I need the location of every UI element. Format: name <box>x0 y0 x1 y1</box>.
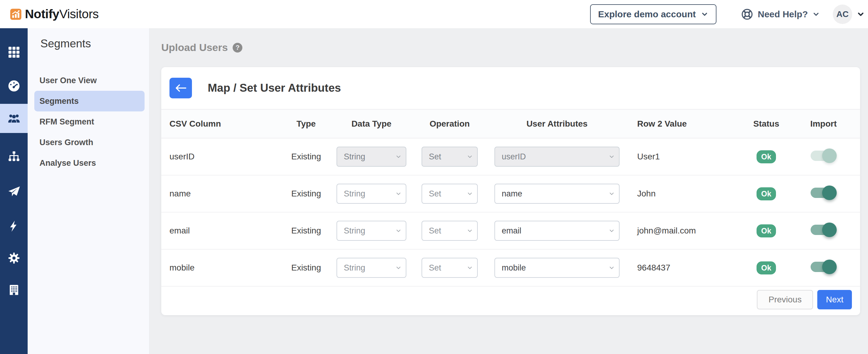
sidebar-apps-grid-icon[interactable] <box>0 39 28 65</box>
chevron-down-icon <box>608 153 615 160</box>
sidebar-dashboard-gauge-icon[interactable] <box>0 73 28 99</box>
help-icon[interactable]: ? <box>232 43 242 53</box>
topbar: NotifyVisitors Explore demo account Need… <box>0 0 868 28</box>
sidebar-users-group-icon[interactable] <box>0 104 28 133</box>
th-user-attributes: User Attributes <box>494 119 637 129</box>
explore-demo-label: Explore demo account <box>598 9 696 20</box>
chevron-down-icon <box>608 227 615 234</box>
sidebar-nav-list: User One ViewSegmentsRFM SegmentUsers Gr… <box>28 70 149 173</box>
chevron-down-icon <box>466 190 473 197</box>
sidebar-item-user-one-view[interactable]: User One View <box>34 70 145 91</box>
chevron-down-icon <box>466 153 473 160</box>
sidebar-title: Segments <box>40 37 149 50</box>
operation-select[interactable]: Set <box>422 258 478 278</box>
sidebar-lightning-icon[interactable] <box>0 214 28 239</box>
table-header: CSV Column Type Data Type Operation User… <box>161 109 860 138</box>
row-2-value-cell: John <box>637 189 737 198</box>
sidebar-item-analyse-users[interactable]: Analyse Users <box>34 153 145 173</box>
table-row: name Existing String Set name John Ok <box>161 175 860 213</box>
th-operation: Operation <box>422 119 494 129</box>
brand-name: NotifyVisitors <box>25 7 99 21</box>
card-footer: Previous Next <box>161 287 860 313</box>
status-badge: Ok <box>756 261 776 275</box>
chevron-down-icon <box>466 227 473 234</box>
main-content: Upload Users ? Map / Set User Attributes… <box>149 28 868 354</box>
data-type-select[interactable]: String <box>337 221 406 241</box>
row-2-value-cell: User1 <box>637 152 737 162</box>
user-attribute-select[interactable]: name <box>494 184 620 204</box>
sidebar-sitemap-icon[interactable] <box>0 143 28 169</box>
table-row: userID Existing String Set userID User1 … <box>161 138 860 175</box>
type-cell: Existing <box>276 263 337 272</box>
table-row: mobile Existing String Set mobile 964843… <box>161 250 860 287</box>
chevron-down-icon <box>466 264 473 271</box>
row-2-value-cell: 9648437 <box>637 263 737 272</box>
card-header: Map / Set User Attributes <box>161 67 860 109</box>
shell: Segments User One ViewSegmentsRFM Segmen… <box>0 28 868 354</box>
page-title: Upload Users <box>161 41 228 54</box>
chevron-down-icon <box>395 227 402 234</box>
sidebar-building-icon[interactable] <box>0 277 28 303</box>
logo-chart-icon <box>10 8 22 20</box>
import-toggle[interactable] <box>811 260 837 274</box>
sidebar-item-users-growth[interactable]: Users Growth <box>34 132 145 153</box>
chevron-down-icon <box>812 10 820 18</box>
logo: NotifyVisitors <box>10 7 99 21</box>
th-type: Type <box>276 119 337 129</box>
status-badge: Ok <box>756 224 776 237</box>
next-button[interactable]: Next <box>817 290 852 309</box>
table-row: email Existing String Set email john@mai… <box>161 213 860 250</box>
segments-sidebar: Segments User One ViewSegmentsRFM Segmen… <box>28 28 149 354</box>
data-type-select[interactable]: String <box>337 258 406 278</box>
previous-button[interactable]: Previous <box>757 290 813 309</box>
csv-column-cell: mobile <box>169 263 276 272</box>
lifebuoy-icon <box>741 8 753 21</box>
table-body: userID Existing String Set userID User1 … <box>161 138 860 287</box>
operation-select[interactable]: Set <box>422 147 478 167</box>
chevron-down-icon <box>395 153 402 160</box>
card-title: Map / Set User Attributes <box>208 82 341 94</box>
row-2-value-cell: john@mail.com <box>637 226 737 235</box>
avatar[interactable]: AC <box>833 5 852 24</box>
explore-demo-account-button[interactable]: Explore demo account <box>590 4 716 24</box>
type-cell: Existing <box>276 226 337 235</box>
need-help-label: Need Help? <box>758 9 808 20</box>
chevron-down-icon <box>395 190 402 197</box>
th-status: Status <box>737 119 795 129</box>
th-data-type: Data Type <box>337 119 422 129</box>
sidebar-item-segments[interactable]: Segments <box>34 91 145 111</box>
chevron-down-icon <box>395 264 402 271</box>
th-import: Import <box>795 119 852 129</box>
chevron-down-icon <box>608 264 615 271</box>
need-help-menu[interactable]: Need Help? <box>741 8 820 21</box>
csv-column-cell: name <box>169 189 276 198</box>
topbar-actions: Explore demo account Need Help? AC <box>590 4 865 24</box>
status-badge: Ok <box>756 187 776 200</box>
import-toggle[interactable] <box>811 186 837 200</box>
user-attribute-select[interactable]: email <box>494 221 620 241</box>
status-badge: Ok <box>756 150 776 163</box>
chevron-down-icon <box>701 10 709 18</box>
operation-select[interactable]: Set <box>422 221 478 241</box>
user-attribute-select[interactable]: mobile <box>494 258 620 278</box>
data-type-select[interactable]: String <box>337 184 406 204</box>
sidebar-item-rfm-segment[interactable]: RFM Segment <box>34 111 145 132</box>
arrow-left-icon <box>175 83 187 93</box>
chevron-down-icon <box>608 190 615 197</box>
type-cell: Existing <box>276 189 337 198</box>
avatar-menu-chevron[interactable] <box>857 10 865 19</box>
sidebar-send-plane-icon[interactable] <box>0 179 28 205</box>
map-attributes-card: Map / Set User Attributes CSV Column Typ… <box>161 67 860 315</box>
th-csv-column: CSV Column <box>169 119 276 129</box>
back-button[interactable] <box>169 78 192 98</box>
operation-select[interactable]: Set <box>422 184 478 204</box>
csv-column-cell: email <box>169 226 276 235</box>
user-attribute-select[interactable]: userID <box>494 147 620 167</box>
chevron-down-icon <box>857 10 865 19</box>
import-toggle[interactable] <box>811 223 837 237</box>
icon-sidebar <box>0 28 28 354</box>
data-type-select[interactable]: String <box>337 147 406 167</box>
sidebar-settings-gear-icon[interactable] <box>0 245 28 271</box>
app-root: NotifyVisitors Explore demo account Need… <box>0 0 868 354</box>
import-toggle <box>811 149 837 163</box>
